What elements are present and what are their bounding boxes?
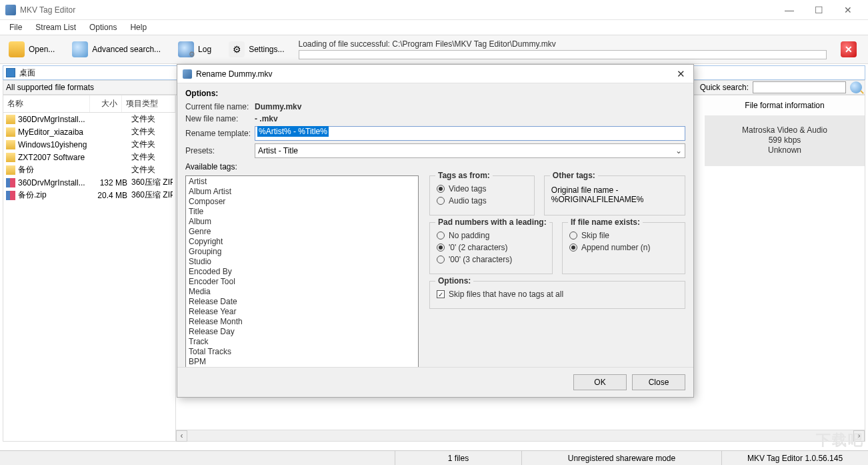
tag-item[interactable]: Album Artist [189,187,415,197]
chevron-down-icon: ⌄ [675,146,682,155]
new-name-label: New file name: [185,114,255,123]
available-tags-list[interactable]: ArtistAlbum ArtistComposerTitleAlbumGenr… [185,175,419,367]
options-legend: Options: [435,276,473,286]
skip-file-radio[interactable]: Skip file [569,231,678,240]
path-text: 桌面 [19,67,35,79]
file-name: 360DrvMgrInstall... [18,115,97,124]
file-name: ZXT2007 Software [18,153,97,162]
maximize-button[interactable]: ☐ [804,0,833,20]
tag-item[interactable]: BPM [189,357,415,367]
file-type: 文件夹 [131,139,173,150]
settings-button[interactable]: ⚙ Settings... [221,38,291,61]
scroll-left-icon[interactable]: ‹ [176,430,187,442]
close-dialog-button[interactable]: Close [632,374,685,390]
pad-none-radio[interactable]: No padding [437,231,545,240]
file-type: 360压缩 ZIP ... [131,189,173,201]
tag-item[interactable]: Release Day [189,327,415,337]
tag-item[interactable]: Total Tracks [189,347,415,357]
col-size[interactable]: 大小 [90,95,122,112]
ok-button[interactable]: OK [573,374,627,390]
tag-item[interactable]: Release Year [189,307,415,317]
file-row[interactable]: 360DrvMgrInstall...132 MB360压缩 ZIP ... [3,176,175,189]
file-type: 文件夹 [131,151,173,163]
rename-dialog: Rename Dummy.mkv ✕ Options: Current file… [177,64,694,398]
template-value: %Artist% - %Title% [257,126,329,137]
file-type: 360压缩 ZIP ... [131,177,173,188]
append-number-radio[interactable]: Append number (n) [569,243,678,252]
progress-bar [299,50,827,59]
search-icon[interactable] [850,81,862,93]
quicksearch-input[interactable] [753,81,846,93]
tag-item[interactable]: Encoded By [189,267,415,277]
dialog-close-button[interactable]: ✕ [674,68,688,80]
status-line: Loading of file successful: C:\Program F… [299,39,827,59]
col-type[interactable]: 项目类型 [122,95,175,112]
tag-item[interactable]: Album [189,217,415,227]
info-line2: 599 kbps [714,135,855,145]
tags-from-group: Tags as from: Video tags Audio tags [429,175,535,215]
status-message: Loading of file successful: C:\Program F… [299,39,827,50]
radio-icon [437,256,445,264]
dialog-title: Rename Dummy.mkv [196,69,272,79]
close-button[interactable]: ✕ [833,0,863,20]
scroll-right-icon[interactable]: › [853,430,865,442]
preset-value: Artist - Title [258,146,298,155]
menu-file[interactable]: File [4,21,27,33]
window-title: MKV Tag Editor [20,5,75,15]
file-row[interactable]: ZXT2007 Software文件夹 [3,151,175,163]
menu-streamlist[interactable]: Stream List [30,21,81,33]
video-tags-radio[interactable]: Video tags [437,184,527,193]
menu-options[interactable]: Options [84,21,122,33]
tag-item[interactable]: Media [189,287,415,297]
tag-item[interactable]: Studio [189,257,415,267]
pad-two-radio[interactable]: '0' (2 characters) [437,243,545,252]
template-input[interactable]: %Artist% - %Title% [255,126,685,141]
tag-item[interactable]: Copyright [189,237,415,247]
radio-icon [437,185,445,193]
tags-from-legend: Tags as from: [435,171,493,180]
file-type: 文件夹 [131,113,173,125]
titlebar: MKV Tag Editor — ☐ ✕ [0,0,868,20]
pad-numbers-group: Pad numbers with a leading: No padding '… [429,222,553,274]
options-group: Options: Skip files that have no tags at… [429,281,685,309]
horizontal-scrollbar[interactable]: ‹ › [176,430,865,441]
close-file-button[interactable]: ✕ [833,38,864,61]
quicksearch-label: Quick search: [700,83,749,92]
presets-select[interactable]: Artist - Title ⌄ [255,143,685,158]
folder-icon [6,153,15,162]
menu-help[interactable]: Help [125,21,152,33]
col-name[interactable]: 名称 [3,95,90,112]
filter-text[interactable]: All supported file formats [6,83,94,92]
folder-open-icon [9,41,25,57]
advsearch-label: Advanced search... [92,45,161,54]
pad-three-radio[interactable]: '00' (3 characters) [437,255,545,264]
tag-item[interactable]: Encoder Tool [189,277,415,287]
pad-legend: Pad numbers with a leading: [435,217,549,227]
exists-group: If file name exists: Skip file Append nu… [562,222,685,274]
tag-item[interactable]: Artist [189,177,415,187]
advanced-search-button[interactable]: Advanced search... [65,38,168,61]
minimize-button[interactable]: — [775,0,804,20]
log-button[interactable]: Log [171,38,219,61]
tag-item[interactable]: Title [189,207,415,217]
file-size: 132 MB [97,178,131,187]
template-label: Rename template: [185,129,255,138]
tag-item[interactable]: Release Date [189,297,415,307]
tag-item[interactable]: Track [189,337,415,347]
exists-legend: If file name exists: [568,217,643,227]
file-row[interactable]: 备份文件夹 [3,163,175,176]
file-row[interactable]: 备份.zip20.4 MB360压缩 ZIP ... [3,189,175,201]
open-button[interactable]: Open... [1,38,62,61]
current-name-label: Current file name: [185,102,255,111]
file-row[interactable]: 360DrvMgrInstall...文件夹 [3,113,175,125]
tag-item[interactable]: Composer [189,197,415,207]
skip-no-tags-checkbox[interactable]: Skip files that have no tags at all [437,290,678,299]
file-list-pane: 名称 大小 项目类型 360DrvMgrInstall...文件夹MyEdito… [3,95,176,442]
tag-item[interactable]: Genre [189,227,415,237]
file-row[interactable]: MyEditor_xiazaiba文件夹 [3,125,175,138]
tag-item[interactable]: Grouping [189,247,415,257]
audio-tags-radio[interactable]: Audio tags [437,196,527,205]
tag-item[interactable]: Release Month [189,317,415,327]
folder-icon [6,115,15,124]
file-row[interactable]: Windows10yisheng文件夹 [3,138,175,151]
